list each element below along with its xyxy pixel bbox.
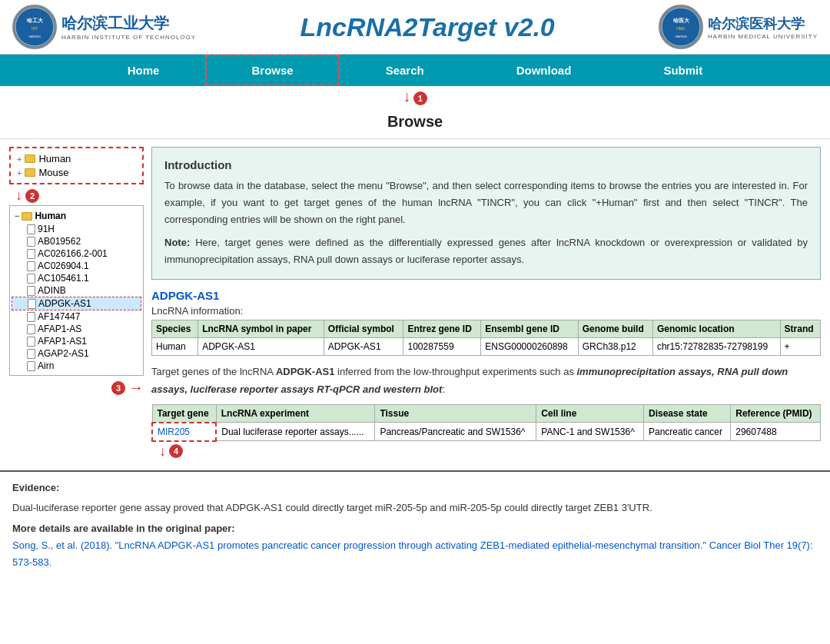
col-tissue: Tissue [375,404,536,423]
cell-cell-line: PANC-1 and SW1536^ [536,423,644,441]
minus-icon: − [15,211,19,221]
intro-paragraph1: To browse data in the database, select t… [164,178,808,228]
annotation-1: 1 [413,91,427,105]
hit-text: 哈尔滨工业大学 HARBIN INSTITUTE OF TECHNOLOGY [61,13,196,41]
header: 哈工大 HIT HARBIN 哈尔滨工业大学 HARBIN INSTITUTE … [0,0,830,55]
intro-title: Introduction [164,158,808,171]
file-icon [27,224,35,234]
hmu-circle-icon: 哈医大 HMU HARBIN [659,5,703,49]
tree-item-mouse[interactable]: + Mouse [17,167,136,178]
page-title: Browse [0,105,830,139]
col-genome-build: Genome build [578,320,652,338]
folder-icon-mouse [25,168,35,177]
hit-circle-icon: 哈工大 HIT HARBIN [12,5,57,49]
tree-item-human[interactable]: + Human [17,153,136,164]
navigation: Home Browse Search Download Submit [0,55,830,86]
col-disease: Disease state [643,404,730,423]
cell-tissue: Pancreas/Pancreatic and SW1536^ [375,423,536,441]
cell-ensembl-id: ENSG00000260898 [481,338,578,356]
file-icon [27,237,35,247]
lncrna-info-label: LncRNA information: [151,305,821,317]
right-panel: Introduction To browse data in the datab… [151,147,821,460]
cell-pmid: 29607488 [731,423,821,441]
annotation-2: 2 [25,189,39,203]
cell-genome-build: GRCh38.p12 [578,338,652,356]
tree-root-human[interactable]: − Human [12,209,141,223]
col-lncrna-experiment: LncRNA experiment [216,404,375,423]
tree-child-AFAP1-AS1[interactable]: AFAP1-AS1 [12,335,141,347]
col-entrez-id: Entrez gene ID [403,320,481,338]
expand-icon-mouse: + [17,168,22,178]
svg-text:哈医大: 哈医大 [673,17,690,23]
col-species: Species [152,320,198,338]
cell-strand: + [780,338,820,356]
nav-home[interactable]: Home [81,55,206,86]
tree-child-ADINB[interactable]: ADINB [12,284,141,297]
file-icon [27,274,35,284]
evidence-text: Dual-luciferase reporter gene assay prov… [12,500,818,516]
folder-icon-human [25,154,35,163]
file-icon [27,337,35,347]
file-icon [28,299,36,309]
file-icon [27,261,35,271]
nav-submit[interactable]: Submit [617,55,749,86]
expand-icon-human: + [17,154,22,164]
site-title: LncRNA2Target v2.0 [196,12,659,42]
target-description: Target genes of the lncRNA ADPGK-AS1 inf… [151,363,821,397]
file-icon [27,361,35,371]
cell-disease: Pancreatic cancer [643,423,730,441]
cell-entrez-id: 100287559 [403,338,481,356]
hit-logo: 哈工大 HIT HARBIN 哈尔滨工业大学 HARBIN INSTITUTE … [12,5,196,49]
annotation-4: 4 [169,444,183,458]
cell-experiment: Dual luciferase reporter assays...... [216,423,375,441]
nav-browse[interactable]: Browse [205,55,339,86]
folder-icon-human-open [22,212,32,221]
more-details-label: More details are available in the origin… [12,523,818,534]
tree-child-AC105461[interactable]: AC105461.1 [12,272,141,284]
col-target-gene: Target gene [152,404,216,423]
tree-child-91H[interactable]: 91H [12,223,141,235]
lncrna-info-table: Species LncRNA symbol in paper Official … [151,320,821,356]
cell-official-symbol: ADPGK-AS1 [324,338,403,356]
file-icon [27,349,35,359]
file-icon [27,286,35,296]
tree-child-AF147447[interactable]: AF147447 [12,310,141,323]
svg-text:HARBIN: HARBIN [28,35,40,38]
svg-text:HARBIN: HARBIN [675,35,686,38]
tree-child-AFAP1-AS[interactable]: AFAP1-AS [12,323,141,335]
citation: Song, S., et al. (2018). "LncRNA ADPGK-A… [12,537,818,571]
col-genomic-location: Genomic location [652,320,780,338]
tree-child-ADPGK-AS1[interactable]: ADPGK-AS1 [12,297,141,310]
cell-symbol-paper: ADPGK-AS1 [198,338,324,356]
hmu-logo: 哈医大 HMU HARBIN 哈尔滨医科大学 HARBIN MEDICAL UN… [659,5,818,49]
gene-section: ADPGK-AS1 LncRNA information: Species Ln… [151,289,821,459]
intro-note: Note: Here, target genes were defined as… [164,234,808,268]
svg-text:HIT: HIT [32,26,38,31]
tree-child-Airn[interactable]: Airn [12,360,141,372]
tree-top: + Human + Mouse [9,147,144,184]
nav-search[interactable]: Search [340,55,470,86]
tree-child-AGAP2-AS1[interactable]: AGAP2-AS1 [12,347,141,360]
cell-target-gene[interactable]: MIR205 [152,423,216,441]
target-genes-table: Target gene LncRNA experiment Tissue Cel… [151,404,821,442]
gene-title: ADPGK-AS1 [151,289,821,302]
lncrna-info-row: Human ADPGK-AS1 ADPGK-AS1 100287559 ENSG… [152,338,821,356]
svg-text:哈工大: 哈工大 [27,17,44,23]
tree-child-AB019562[interactable]: AB019562 [12,235,141,247]
nav-download[interactable]: Download [470,55,618,86]
cell-species: Human [152,338,198,356]
target-table-row: MIR205 Dual luciferase reporter assays..… [152,423,821,441]
col-cell-line: Cell line [536,404,644,423]
tree-child-AC026904[interactable]: AC026904.1 [12,260,141,272]
evidence-panel: Evidence: Dual-luciferase reporter gene … [0,470,830,579]
tree-bottom: − Human 91H AB019562 AC026166.2-001 AC02… [9,205,144,376]
tree-child-AC026166[interactable]: AC026166.2-001 [12,247,141,260]
col-strand: Strand [780,320,820,338]
file-icon [27,312,35,322]
cell-genomic-location: chr15:72782835-72798199 [652,338,780,356]
col-symbol-paper: LncRNA symbol in paper [198,320,324,338]
hmu-text: 哈尔滨医科大学 HARBIN MEDICAL UNIVERSITY [708,15,818,40]
file-icon [27,249,35,259]
col-official-symbol: Official symbol [324,320,403,338]
file-icon [27,324,35,334]
